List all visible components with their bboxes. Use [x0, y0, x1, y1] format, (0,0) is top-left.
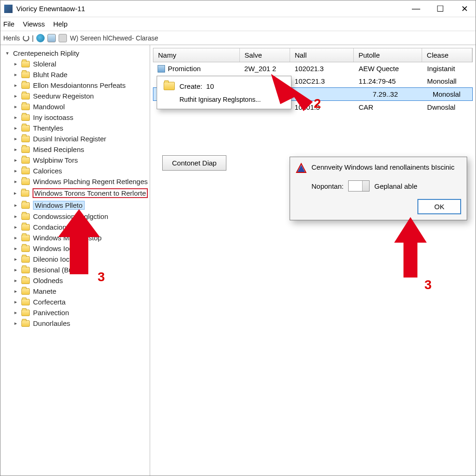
list-row[interactable]: Promiction2W_201 2102021.3AEW QuecteIngi…: [153, 62, 473, 75]
expand-icon[interactable]: ▸: [13, 224, 18, 230]
tree-item[interactable]: ▸Wslpbinw Tors: [3, 155, 150, 165]
tree-item-label: Panivection: [33, 309, 69, 317]
tree-item[interactable]: ▸Dunorlaules: [3, 318, 150, 329]
collapse-icon[interactable]: ▾: [5, 50, 10, 56]
folder-icon: [21, 146, 30, 153]
folder-icon: [21, 168, 30, 174]
minimize-button[interactable]: —: [409, 4, 423, 14]
tree-item[interactable]: ▸Bluht Rade: [3, 69, 150, 80]
tree-item-label: Mised Reciplens: [33, 145, 84, 153]
annotation-number-3a: 3: [98, 270, 105, 284]
expand-icon[interactable]: ▸: [13, 310, 18, 316]
expand-icon[interactable]: ▸: [13, 245, 18, 251]
svg-marker-2: [271, 74, 313, 111]
toolbar-text: Henls: [3, 34, 20, 42]
expand-icon[interactable]: ▸: [13, 190, 18, 196]
folder-icon: [21, 320, 30, 327]
tree-item-label: Wslpbinw Tors: [33, 156, 78, 164]
tree-item-label: Windows Plleto: [33, 201, 85, 210]
tree-item-label: Iny isoctoass: [33, 113, 73, 121]
tree-item-label: Olodneds: [33, 277, 63, 284]
refresh-icon[interactable]: [23, 35, 29, 41]
mail-icon[interactable]: [47, 34, 56, 42]
tree-item-label: Calorices: [33, 167, 62, 175]
col-putolle[interactable]: Putolle: [354, 48, 422, 62]
expand-icon[interactable]: ▸: [13, 146, 18, 152]
tree-item[interactable]: ▸Dusinl Inivorial Register: [3, 133, 150, 144]
tree-root-item[interactable]: ▾ Crentepeneich Riplity: [3, 48, 150, 59]
toolbar-sep: |: [32, 34, 34, 42]
expand-icon[interactable]: ▸: [13, 235, 18, 241]
tree-item[interactable]: ▸Seedurw Regeiston: [3, 91, 150, 101]
warning-icon: [296, 163, 307, 174]
col-nall[interactable]: Nall: [290, 48, 354, 62]
folder-icon: [21, 93, 30, 99]
tree-item-label: Windows Torons Tconent to Rerlorte: [33, 188, 148, 198]
expand-icon[interactable]: ▸: [13, 267, 18, 273]
listview-header[interactable]: Namy Salve Nall Putolle Clease: [153, 48, 473, 62]
toolbar-label: W) Sereen hlChewed- Clarase: [70, 34, 158, 42]
close-button[interactable]: ✕: [457, 4, 472, 14]
expand-icon[interactable]: ▸: [13, 136, 18, 142]
expand-icon[interactable]: ▸: [13, 104, 18, 110]
menu-file[interactable]: File: [3, 20, 14, 28]
expand-icon[interactable]: ▸: [13, 320, 18, 326]
disk-icon[interactable]: [59, 34, 67, 42]
tree-item[interactable]: ▸Thentyles: [3, 123, 150, 133]
expand-icon[interactable]: ▸: [13, 125, 18, 131]
menu-views[interactable]: Viewss: [23, 20, 45, 28]
expand-icon[interactable]: ▸: [13, 178, 18, 185]
spinner-arrows-icon[interactable]: ▲▼: [364, 181, 368, 191]
svg-marker-3: [394, 217, 427, 278]
menu-help[interactable]: Help: [53, 20, 67, 28]
expand-icon[interactable]: ▸: [13, 93, 18, 99]
folder-icon: [21, 114, 30, 121]
tree-item-label: Windows Plaching Regent Retlenges: [33, 178, 148, 185]
expand-icon[interactable]: ▸: [13, 114, 18, 120]
tree-item[interactable]: ▸Corfecerta: [3, 297, 150, 307]
tree-item-label: Corfecerta: [33, 298, 66, 306]
expand-icon[interactable]: ▸: [13, 82, 18, 88]
annotation-number-3b: 3: [424, 278, 432, 292]
tree-item[interactable]: ▸Manete: [3, 286, 150, 297]
tree-item[interactable]: ▸Windows Plaching Regent Retlenges: [3, 176, 150, 187]
folder-icon: [21, 310, 30, 316]
expand-icon[interactable]: ▸: [13, 202, 18, 208]
tree-item[interactable]: ▸Calorices: [3, 165, 150, 176]
expand-icon[interactable]: ▸: [13, 299, 18, 305]
expand-icon[interactable]: ▸: [13, 256, 18, 262]
app-icon: [4, 5, 13, 13]
tree-item[interactable]: ▸Ellon Mesdoiantonns Perfeats: [3, 80, 150, 91]
folder-icon: [21, 125, 30, 132]
expand-icon[interactable]: ▸: [13, 157, 18, 163]
expand-icon[interactable]: ▸: [13, 168, 18, 174]
folder-icon: [21, 245, 30, 252]
tree-item[interactable]: ▸Mised Reciplens: [3, 144, 150, 155]
folder-icon: [21, 157, 30, 164]
window-title: Vioricy Enewntaow-11: [16, 5, 409, 13]
expand-icon[interactable]: ▸: [13, 278, 18, 284]
tree-item[interactable]: ▸Panivection: [3, 307, 150, 318]
tree-item[interactable]: ▸Mandowol: [3, 101, 150, 112]
annotation-arrow-3b: [394, 217, 427, 278]
contonet-diap-button[interactable]: Contonet Diap: [162, 155, 226, 171]
annotation-arrow-2: [271, 74, 313, 111]
dialog-checkbox-label[interactable]: Geplanal able: [374, 182, 417, 190]
toolbar: Henls | W) Sereen hlChewed- Clarase: [0, 31, 476, 45]
expand-icon[interactable]: ▸: [13, 288, 18, 294]
tree-item[interactable]: ▸Windows Torons Tconent to Rerlorte: [3, 187, 150, 199]
maximize-button[interactable]: ☐: [433, 4, 448, 14]
ok-button[interactable]: OK: [417, 199, 461, 214]
globe-icon[interactable]: [36, 34, 45, 42]
expand-icon[interactable]: ▸: [13, 61, 18, 67]
expand-icon[interactable]: ▸: [13, 72, 18, 78]
nopontan-spinner[interactable]: ▲▼: [348, 180, 370, 192]
tree-item[interactable]: ▸Olodneds: [3, 275, 150, 286]
tree-item[interactable]: ▸Iny isoctoass: [3, 112, 150, 123]
col-salve[interactable]: Salve: [240, 48, 290, 62]
tree-item[interactable]: ▸Sloleral: [3, 59, 150, 69]
col-name[interactable]: Namy: [153, 48, 240, 62]
expand-icon[interactable]: ▸: [13, 213, 18, 219]
col-clease[interactable]: Clease: [422, 48, 472, 62]
folder-icon: [21, 267, 30, 273]
